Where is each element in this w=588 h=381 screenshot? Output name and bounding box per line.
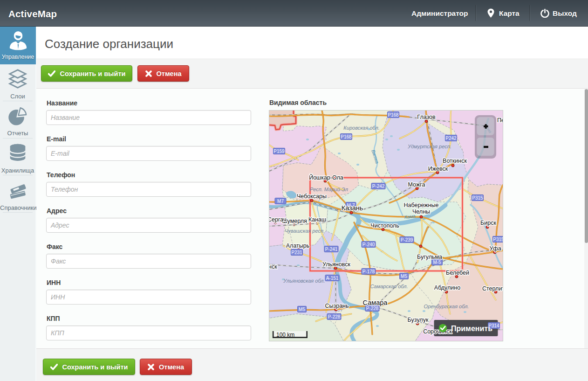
svg-text:Канаш: Канаш bbox=[308, 216, 326, 223]
svg-text:Р231: Р231 bbox=[291, 250, 302, 255]
svg-text:Белебей: Белебей bbox=[446, 270, 469, 276]
svg-text:100 km: 100 km bbox=[276, 332, 294, 338]
svg-text:Бугульма: Бугульма bbox=[417, 254, 442, 260]
svg-text:Сергач: Сергач bbox=[269, 216, 286, 223]
svg-text:нск: нск bbox=[269, 263, 277, 270]
svg-text:Р-241: Р-241 bbox=[325, 247, 338, 252]
svg-text:Кировская обл.: Кировская обл. bbox=[343, 125, 379, 131]
svg-text:Челны: Челны bbox=[412, 208, 430, 215]
svg-text:Бузулук: Бузулук bbox=[408, 317, 429, 323]
svg-text:Р-228: Р-228 bbox=[328, 314, 341, 319]
svg-text:Ульяновская обл.: Ульяновская обл. bbox=[283, 278, 325, 284]
svg-text:М5: М5 bbox=[401, 274, 407, 279]
svg-text:Йошкар-Ола: Йошкар-Ола bbox=[309, 174, 343, 181]
svg-text:Бирск: Бирск bbox=[480, 220, 496, 226]
svg-text:Чебоксары: Чебоксары bbox=[297, 193, 327, 200]
svg-text:Оренбургская обл.: Оренбургская обл. bbox=[424, 304, 469, 309]
svg-text:Р168: Р168 bbox=[341, 134, 352, 139]
svg-text:Р242: Р242 bbox=[445, 136, 457, 141]
svg-text:Набережные: Набережные bbox=[404, 202, 439, 208]
svg-text:Стерлита: Стерлита bbox=[482, 285, 503, 292]
svg-text:Р-228: Р-228 bbox=[366, 306, 379, 311]
svg-text:А-151: А-151 bbox=[326, 276, 339, 281]
svg-text:Респ. Марий-Эл: Респ. Марий-Эл bbox=[310, 187, 348, 192]
svg-text:Р-240: Р-240 bbox=[362, 242, 375, 247]
svg-text:Чистополь: Чистополь bbox=[370, 222, 399, 229]
svg-text:Применить: Применить bbox=[451, 325, 492, 333]
svg-text:Р-239: Р-239 bbox=[401, 237, 413, 242]
svg-text:М-5: М-5 bbox=[433, 260, 441, 265]
svg-text:Р-242: Р-242 bbox=[372, 184, 385, 189]
svg-text:Сызрань: Сызрань bbox=[325, 303, 349, 309]
svg-text:Р-178: Р-178 bbox=[362, 269, 375, 274]
svg-text:Абдулино: Абдулино bbox=[434, 284, 460, 291]
svg-text:Ульяновск: Ульяновск bbox=[322, 261, 350, 268]
svg-text:Ижевск: Ижевск bbox=[428, 166, 448, 172]
svg-text:Алатырь: Алатырь bbox=[286, 242, 309, 249]
svg-text:Р315: Р315 bbox=[472, 195, 483, 201]
svg-text:Р315: Р315 bbox=[493, 237, 503, 242]
svg-text:Самарская обл.: Самарская обл. bbox=[370, 284, 408, 289]
svg-text:Глазов: Глазов bbox=[417, 114, 436, 120]
svg-text:Чувашская респ.: Чувашская респ. bbox=[285, 228, 325, 234]
svg-text:Казань: Казань bbox=[342, 204, 363, 212]
svg-text:Воткинск: Воткинск bbox=[443, 158, 467, 164]
svg-text:Р168: Р168 bbox=[388, 112, 399, 118]
svg-text:М7: М7 bbox=[277, 199, 284, 204]
svg-text:Можга: Можга bbox=[408, 181, 425, 188]
svg-text:Удмуртская респ.: Удмуртская респ. bbox=[407, 144, 451, 149]
svg-text:Уфа: Уфа bbox=[489, 245, 501, 252]
svg-text:Сорочинск: Сорочинск bbox=[423, 328, 452, 335]
svg-text:Пе: Пе bbox=[497, 117, 503, 124]
svg-text:Самара: Самара bbox=[363, 299, 388, 306]
svg-text:М5: М5 bbox=[299, 307, 305, 312]
svg-text:Р159: Р159 bbox=[273, 149, 285, 154]
